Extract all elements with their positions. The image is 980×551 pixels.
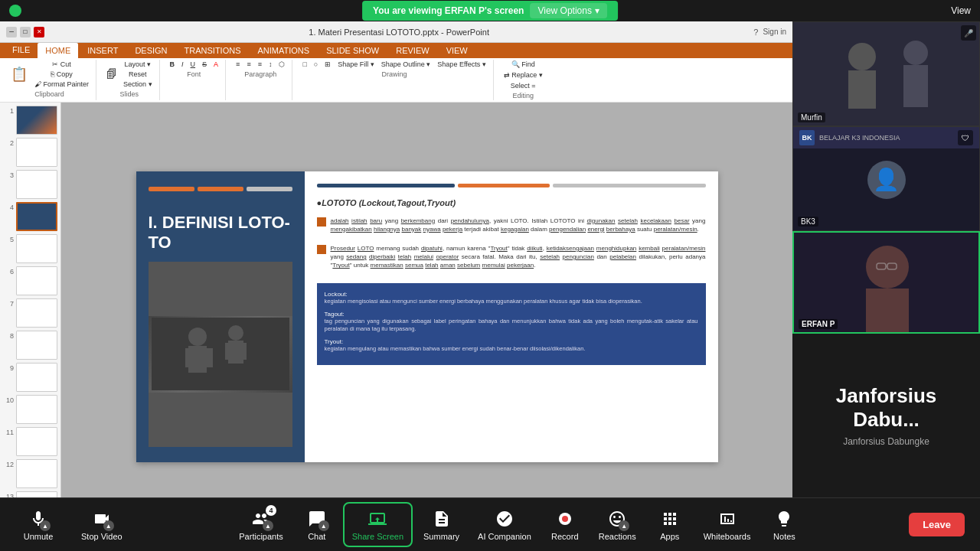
whiteboards-button[interactable]: Whiteboards <box>696 504 759 546</box>
format-painter-button[interactable]: 🖌 Format Painter <box>32 80 91 89</box>
find-button[interactable]: 🔍 Find <box>509 60 537 69</box>
shape-arrange-button[interactable]: ⊞ <box>322 60 333 69</box>
ribbon-tab-design[interactable]: DESIGN <box>127 43 175 58</box>
slide-top-bars <box>317 184 706 187</box>
ppt-help-icon[interactable]: ? <box>753 28 758 37</box>
shape-oval-button[interactable]: ○ <box>312 60 320 69</box>
select-button[interactable]: Select = <box>508 81 538 90</box>
slide-container: I. DEFINISI LOTO-TO <box>136 171 718 462</box>
svg-rect-8 <box>240 343 247 360</box>
record-button[interactable]: Record <box>542 504 588 546</box>
slide-thumb-4[interactable]: 4 <box>3 202 57 231</box>
stop-video-label: Stop Video <box>81 532 122 541</box>
blue-box: Lockout: kegiatan mengisolasi atau mengu… <box>317 283 706 365</box>
shape-effects-button[interactable]: Shape Effects ▾ <box>435 60 488 69</box>
slide-thumb-9[interactable]: 9 <box>3 363 57 392</box>
ribbon-group-drawing: □ ○ ⊞ Shape Fill ▾ Shape Outline ▾ Shape… <box>296 60 493 100</box>
slide-work-area: 1 2 3 4 5 <box>0 103 792 497</box>
ppt-titlebar: ─ □ ✕ 1. Materi Presentasi LOTOTO.pptx -… <box>0 21 792 43</box>
ribbon-tab-transitions[interactable]: TRANSITIONS <box>177 43 249 58</box>
slide-thumb-img-9 <box>16 363 57 392</box>
summary-label: Summary <box>423 532 459 541</box>
slide-thumb-3[interactable]: 3 <box>3 170 57 199</box>
slide-image <box>149 262 292 446</box>
ribbon-tab-animations[interactable]: ANIMATIONS <box>250 43 318 58</box>
chat-button[interactable]: ▲ Chat <box>294 504 340 546</box>
align-left-button[interactable]: ≡ <box>234 60 242 69</box>
top-bar-right: View <box>951 5 971 16</box>
slide-thumb-7[interactable]: 7 <box>3 298 57 328</box>
cut-button[interactable]: ✂ Cut <box>32 60 91 69</box>
section-button[interactable]: Section ▾ <box>121 80 155 89</box>
reactions-button[interactable]: ▲ Reactions <box>591 504 644 546</box>
share-screen-button[interactable]: Share Screen <box>343 502 413 547</box>
ribbon-tab-home[interactable]: HOME <box>38 43 78 58</box>
ribbon-tab-slideshow[interactable]: SLIDE SHOW <box>318 43 387 58</box>
slide-thumb-13[interactable]: 13 <box>3 491 57 497</box>
whiteboards-label: Whiteboards <box>704 532 751 541</box>
tagout-def: tag penguncian yang digunakan sebagai la… <box>325 318 698 334</box>
italic-button[interactable]: I <box>179 60 186 69</box>
unmute-button[interactable]: ▲ Unmute <box>15 504 61 546</box>
ai-companion-button[interactable]: AI Companion <box>470 504 539 546</box>
toolbar-left: ▲ Unmute ▲ Stop Video <box>15 504 130 546</box>
ppt-restore-icon[interactable]: □ <box>20 27 31 37</box>
top-bar: You are viewing ERFAN P's screen View Op… <box>0 0 980 21</box>
align-center-button[interactable]: ≡ <box>244 60 253 69</box>
copy-button[interactable]: ⎘ Copy <box>32 70 91 79</box>
paste-button[interactable]: 📋 <box>8 64 31 84</box>
slide-thumb-12[interactable]: 12 <box>3 459 57 488</box>
leave-button[interactable]: Leave <box>909 513 965 536</box>
svg-rect-13 <box>903 65 928 107</box>
underline-button[interactable]: U <box>188 60 198 69</box>
ribbon-tab-file[interactable]: FILE <box>6 43 36 58</box>
participants-button[interactable]: 4 ▲ Participants <box>231 504 290 546</box>
slide-thumb-11[interactable]: 11 <box>3 427 57 456</box>
convert-smartart-button[interactable]: ⬡ <box>276 60 287 69</box>
toolbar-center: 4 ▲ Participants ▲ Chat <box>231 502 807 547</box>
apps-button[interactable]: Apps <box>647 504 693 546</box>
slide-thumb-10[interactable]: 10 <box>3 395 57 424</box>
strikethrough-button[interactable]: S <box>200 60 209 69</box>
slide-thumb-img-3 <box>16 170 57 199</box>
ribbon-toolbar: 📋 ✂ Cut ⎘ Copy 🖌 Format Painter Clipboar… <box>0 58 792 103</box>
font-color-button[interactable]: A <box>211 60 220 69</box>
summary-button[interactable]: Summary <box>416 504 467 546</box>
display-name-sub: Janforsius Dabungke <box>843 436 929 447</box>
ppt-signin[interactable]: Sign in <box>763 28 786 36</box>
slide-thumb-2[interactable]: 2 <box>3 138 57 167</box>
text-direction-button[interactable]: ↕ <box>266 60 275 69</box>
slide-thumb-6[interactable]: 6 <box>3 266 57 295</box>
view-options-button[interactable]: View Options ▾ <box>530 3 606 18</box>
reset-button[interactable]: Reset <box>121 70 155 79</box>
slide-thumb-1[interactable]: 1 <box>3 106 57 135</box>
slide-thumb-img-12 <box>16 459 57 488</box>
ribbon-tab-insert[interactable]: INSERT <box>80 43 126 58</box>
video-tile2-overlay-icons: 🛡 <box>958 130 973 145</box>
slide-thumbnails[interactable]: 1 2 3 4 5 <box>0 103 61 497</box>
shape-rect-button[interactable]: □ <box>300 60 309 69</box>
bottom-toolbar: ▲ Unmute ▲ Stop Video <box>0 497 980 551</box>
ribbon-tab-review[interactable]: REVIEW <box>388 43 436 58</box>
shape-outline-button[interactable]: Shape Outline ▾ <box>379 60 433 69</box>
slides-buttons: 🗐 Layout ▾ Reset Section ▾ <box>104 60 155 89</box>
ppt-minimize-icon[interactable]: ─ <box>6 27 17 37</box>
ppt-close-icon[interactable]: ✕ <box>34 27 44 37</box>
stop-video-button[interactable]: ▲ Stop Video <box>74 504 130 546</box>
notes-button[interactable]: Notes <box>761 504 807 546</box>
slide-thumb-5[interactable]: 5 <box>3 234 57 263</box>
murfin-name-label: Murfin <box>798 112 825 122</box>
svg-point-5 <box>228 325 243 341</box>
shape-fill-button[interactable]: Shape Fill ▾ <box>335 60 377 69</box>
new-slide-button[interactable]: 🗐 <box>104 67 119 81</box>
ribbon-tab-view[interactable]: VIEW <box>439 43 475 58</box>
slide-thumb-8[interactable]: 8 <box>3 331 57 360</box>
ribbon: FILE HOME INSERT DESIGN TRANSITIONS ANIM… <box>0 43 792 103</box>
video-tile-murfin: Murfin 🎤 <box>792 21 980 126</box>
bold-button[interactable]: B <box>168 60 178 69</box>
unmute-icon: ▲ <box>28 508 49 530</box>
replace-button[interactable]: ⇄ Replace ▾ <box>501 70 545 80</box>
layout-button[interactable]: Layout ▾ <box>121 60 155 69</box>
align-right-button[interactable]: ≡ <box>256 60 264 69</box>
slide-thumb-img-11 <box>16 427 57 456</box>
